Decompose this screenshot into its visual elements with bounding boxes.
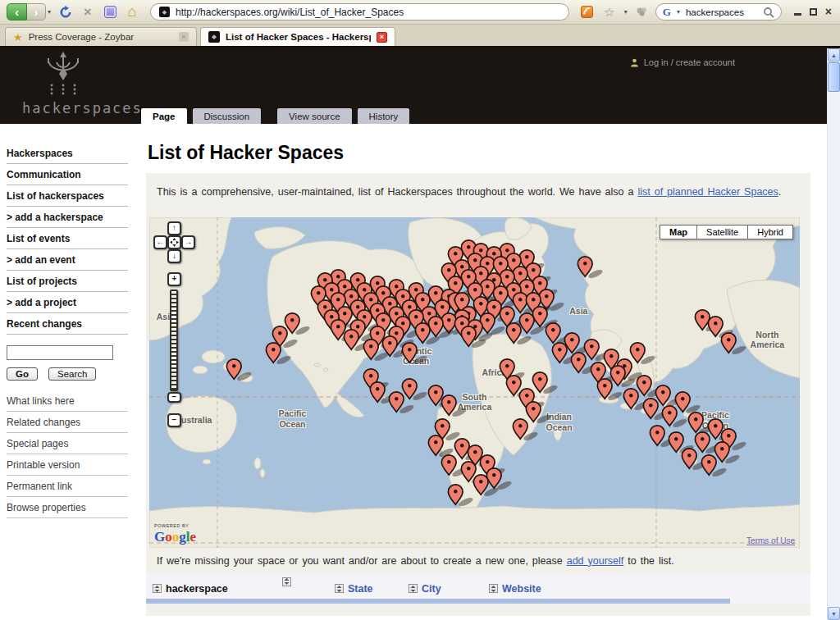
map-pan-left-button[interactable]: ← bbox=[153, 235, 167, 249]
sidebar-search-input[interactable] bbox=[7, 345, 113, 360]
refresh-button[interactable] bbox=[57, 3, 75, 21]
sidebar-tool-browse-properties[interactable]: Browse properties bbox=[7, 497, 128, 518]
scroll-thumb[interactable] bbox=[828, 62, 840, 92]
google-logo[interactable]: Google bbox=[154, 530, 196, 544]
table-column-header[interactable] bbox=[282, 577, 291, 586]
scroll-down-button[interactable]: ▼ bbox=[828, 607, 840, 620]
map-pan-right-button[interactable]: → bbox=[181, 235, 195, 249]
sidebar-item-Communication[interactable]: Communication bbox=[7, 164, 128, 185]
sort-icon[interactable] bbox=[489, 584, 498, 593]
sidebar-tool-printable-version[interactable]: Printable version bbox=[7, 454, 128, 476]
sidebar-tool-special-pages[interactable]: Special pages bbox=[7, 433, 128, 454]
map-zoom-out-button[interactable]: − bbox=[167, 413, 181, 427]
url-bar[interactable]: ◆ http://hackerspaces.org/wiki/List_of_H… bbox=[150, 3, 569, 21]
hackerspace-map-marker[interactable] bbox=[388, 391, 416, 413]
search-input[interactable]: hackerspaces bbox=[686, 7, 759, 17]
stop-button[interactable]: × bbox=[79, 3, 97, 21]
hackerspace-map-marker[interactable] bbox=[472, 474, 500, 496]
map-zoom-slider-track[interactable] bbox=[170, 289, 178, 391]
engine-dropdown-icon[interactable]: ▾ bbox=[675, 8, 682, 16]
search-box[interactable]: G ▾ hackerspaces bbox=[655, 3, 782, 21]
page-scrollbar[interactable]: ▲ ▼ bbox=[827, 48, 840, 620]
home-button[interactable]: ⌂ bbox=[123, 3, 141, 21]
url-text[interactable]: http://hackerspaces.org/wiki/List_of_Hac… bbox=[176, 7, 404, 18]
map-pan-up-button[interactable]: ↑ bbox=[167, 221, 181, 235]
hackerspace-map-marker[interactable] bbox=[596, 378, 624, 400]
rss-button[interactable] bbox=[578, 3, 596, 21]
map-pan-center-button[interactable] bbox=[167, 235, 181, 249]
hackerspace-map-marker[interactable] bbox=[427, 435, 455, 457]
hackerspace-map-marker[interactable] bbox=[441, 394, 468, 417]
map-type-map[interactable]: Map bbox=[660, 225, 697, 239]
terms-of-use-link[interactable]: Terms of Use bbox=[746, 536, 795, 545]
tab-close-icon[interactable]: × bbox=[377, 32, 387, 43]
sidebar-tool-permanent-link[interactable]: Permanent link bbox=[7, 476, 128, 497]
forward-button[interactable]: › bbox=[27, 3, 46, 21]
hackerspace-map-marker[interactable] bbox=[401, 342, 429, 364]
map-zoom-slider-thumb[interactable]: − bbox=[167, 392, 181, 403]
bookmark-star-button[interactable]: ☆ bbox=[600, 3, 619, 21]
flock-button[interactable] bbox=[633, 3, 651, 21]
map-type-hybrid[interactable]: Hybrid bbox=[748, 225, 793, 239]
site-wordmark[interactable]: hackerspaces bbox=[22, 100, 143, 116]
table-column-header-website[interactable]: Website bbox=[489, 583, 541, 595]
hackerspace-map-marker[interactable] bbox=[363, 339, 390, 361]
sidebar-tool-what-links-here[interactable]: What links here bbox=[7, 390, 128, 412]
tab-press-coverage[interactable]: ★ Press Coverage - Zoybar × bbox=[5, 27, 197, 46]
tab-close-icon[interactable]: × bbox=[179, 32, 189, 42]
map-zoom-in-button[interactable]: + bbox=[167, 272, 181, 286]
login-link[interactable]: Log in / create account bbox=[630, 57, 735, 67]
hackerspace-map-marker[interactable] bbox=[512, 418, 540, 440]
search-button[interactable]: Search bbox=[48, 367, 96, 381]
restore-button[interactable] bbox=[810, 8, 817, 16]
hackerspaces-logo-icon[interactable] bbox=[41, 52, 85, 101]
sort-icon[interactable] bbox=[153, 584, 162, 593]
search-icon[interactable] bbox=[763, 7, 774, 18]
add-yourself-link[interactable]: add yourself bbox=[567, 555, 624, 567]
google-engine-icon[interactable]: G bbox=[663, 6, 671, 19]
sort-icon[interactable] bbox=[282, 577, 291, 586]
sort-icon[interactable] bbox=[335, 584, 344, 593]
tab-list-of-hacker-spaces[interactable]: ◆ List of Hacker Spaces - Hackersp... × bbox=[200, 27, 395, 46]
sidebar-item-Recent-changes[interactable]: Recent changes bbox=[7, 313, 128, 335]
hackerspace-map-marker[interactable] bbox=[447, 484, 475, 506]
hackerspace-map-marker[interactable] bbox=[505, 322, 533, 344]
hackerspace-map-marker[interactable] bbox=[701, 454, 728, 476]
map-type-satellite[interactable]: Satellite bbox=[697, 225, 748, 239]
article-tab-page[interactable]: Page bbox=[141, 108, 187, 124]
extension-button[interactable] bbox=[101, 3, 119, 21]
sidebar-item-add-a-hackerspace[interactable]: > add a hackerspace bbox=[7, 207, 128, 228]
hackerspace-map-marker[interactable] bbox=[661, 405, 689, 427]
google-logo-letter: o bbox=[165, 529, 172, 545]
sidebar-item-add-an-event[interactable]: > add an event bbox=[7, 249, 128, 271]
sidebar-item-List-of-hackerspaces[interactable]: List of hackerspaces bbox=[7, 185, 128, 207]
map-pan-down-button[interactable]: ↓ bbox=[167, 249, 181, 263]
article-tab-history[interactable]: History bbox=[358, 108, 410, 124]
back-button[interactable]: ‹ bbox=[7, 3, 27, 21]
sidebar-tool-related-changes[interactable]: Related changes bbox=[7, 412, 128, 433]
article-tab-discussion[interactable]: Discussion bbox=[193, 108, 262, 124]
google-map[interactable]: AsiaAustraliaPacific OceanAtlantic Ocean… bbox=[149, 217, 800, 548]
hackerspace-map-marker[interactable] bbox=[226, 358, 253, 381]
sidebar-item-List-of-projects[interactable]: List of projects bbox=[7, 271, 128, 292]
sidebar-item-List-of-events[interactable]: List of events bbox=[7, 228, 128, 249]
history-dropdown-icon[interactable]: ▾ bbox=[46, 8, 52, 16]
article-tab-view-source[interactable]: View source bbox=[277, 108, 351, 124]
go-button[interactable]: Go bbox=[7, 367, 38, 381]
sort-icon[interactable] bbox=[409, 584, 418, 593]
hackerspace-map-marker[interactable] bbox=[265, 342, 293, 364]
scroll-up-button[interactable]: ▲ bbox=[828, 48, 840, 62]
bookmark-dropdown-icon[interactable]: ▾ bbox=[623, 8, 629, 16]
hackerspace-map-marker[interactable] bbox=[414, 322, 442, 344]
table-column-header-state[interactable]: State bbox=[335, 583, 373, 595]
table-column-header-city[interactable]: City bbox=[409, 583, 441, 595]
sidebar-item-add-a-project[interactable]: > add a project bbox=[7, 292, 128, 313]
table-column-header-hackerspace[interactable]: hackerspace bbox=[153, 583, 228, 595]
hackerspace-map-marker[interactable] bbox=[577, 256, 605, 278]
close-button[interactable]: × bbox=[825, 8, 832, 16]
minimize-button[interactable] bbox=[794, 8, 801, 16]
sidebar-item-Hackerspaces[interactable]: Hackerspaces bbox=[7, 143, 128, 164]
hackerspace-map-marker[interactable] bbox=[720, 332, 748, 354]
planned-spaces-link[interactable]: list of planned Hacker Spaces bbox=[637, 186, 778, 198]
hackerspace-map-marker[interactable] bbox=[460, 326, 488, 348]
